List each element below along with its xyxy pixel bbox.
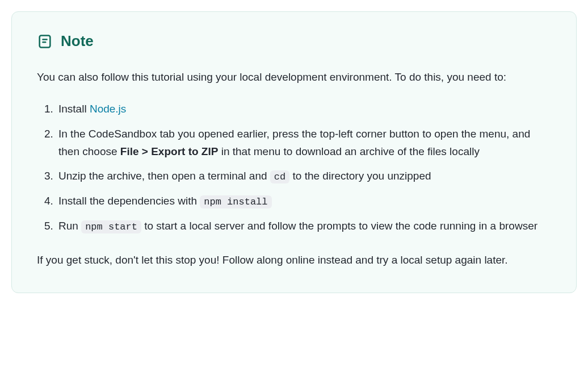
list-item: In the CodeSandbox tab you opened earlie… (56, 125, 551, 161)
steps-list: Install Node.js In the CodeSandbox tab y… (37, 100, 551, 235)
nodejs-link[interactable]: Node.js (90, 103, 126, 115)
list-item: Install Node.js (56, 100, 551, 118)
step-text: to start a local server and follow the p… (141, 220, 537, 232)
step-text: Unzip the archive, then open a terminal … (58, 170, 270, 182)
note-icon (37, 34, 53, 49)
note-title: Note (61, 32, 94, 50)
list-item: Run npm start to start a local server an… (56, 217, 551, 235)
note-outro-text: If you get stuck, don't let this stop yo… (37, 251, 551, 269)
note-callout: Note You can also follow this tutorial u… (11, 11, 577, 293)
list-item: Unzip the archive, then open a terminal … (56, 167, 551, 185)
code-inline: npm start (81, 220, 141, 233)
step-text: Run (58, 220, 81, 232)
step-text: to the directory you unzipped (289, 170, 431, 182)
code-inline: npm install (200, 195, 271, 208)
step-text: in that menu to download an archive of t… (218, 145, 480, 157)
list-item: Install the dependencies with npm instal… (56, 192, 551, 210)
step-text: Install (58, 103, 90, 115)
code-inline: cd (270, 170, 289, 183)
menu-path-bold: File > Export to ZIP (120, 145, 219, 157)
note-intro-text: You can also follow this tutorial using … (37, 68, 551, 86)
step-text: Install the dependencies with (58, 195, 200, 207)
note-header: Note (37, 32, 551, 50)
